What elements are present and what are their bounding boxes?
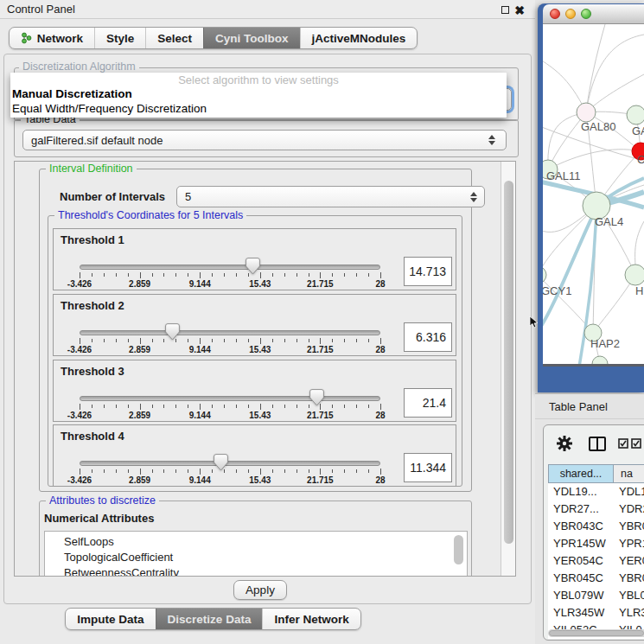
cell-name[interactable]: YBR0	[614, 570, 644, 587]
slider-handle[interactable]	[165, 323, 180, 341]
algorithm-dropdown-popup: Select algorithm to view settings Manual…	[10, 73, 507, 118]
network-node-label: H	[635, 284, 643, 297]
bottom-tab-bar: Impute DataDiscretize DataInfer Network	[0, 608, 426, 630]
slider-tick-label: 9.144	[189, 475, 211, 485]
column-header-name[interactable]: na	[614, 464, 644, 483]
network-node-ga[interactable]	[627, 105, 644, 124]
tab-discretize-data[interactable]: Discretize Data	[156, 609, 263, 629]
tab-style[interactable]: Style	[94, 28, 145, 48]
tab-infer-network[interactable]: Infer Network	[262, 609, 360, 629]
network-view-window[interactable]: GAL80GACGAL11GAL4GCY1HHAP2	[538, 3, 644, 392]
threshold-label: Threshold 3	[61, 365, 124, 378]
table-row[interactable]: YDR27...YDR2	[548, 501, 644, 518]
gear-icon[interactable]	[556, 435, 573, 452]
slider-handle[interactable]	[309, 389, 324, 406]
slider-handle[interactable]	[245, 258, 260, 275]
cell-name[interactable]: YBL0	[614, 587, 644, 604]
cell-name[interactable]: YER0	[614, 552, 644, 570]
table-row[interactable]: YBL079WYBL0	[548, 587, 644, 604]
slider-tick-label: 28	[375, 345, 385, 354]
table-row[interactable]: YER054CYER0	[548, 552, 644, 570]
tab-label: Select	[157, 32, 192, 45]
threshold-slider-track[interactable]	[80, 461, 380, 466]
table-row[interactable]: YLR345WYLR3	[548, 604, 644, 622]
tab-select[interactable]: Select	[145, 28, 203, 48]
cell-shared-name[interactable]: YER054C	[548, 552, 614, 570]
close-traffic-light-icon[interactable]	[550, 9, 560, 19]
slider-handle[interactable]	[214, 454, 228, 471]
tab-network[interactable]: Network	[10, 28, 94, 48]
table-hscrollbar[interactable]	[548, 629, 644, 637]
num-intervals-combo[interactable]: 5	[176, 186, 485, 207]
attributes-group-title: Attributes to discretize	[46, 494, 159, 507]
thresholds-group-title: Threshold's Coordinates for 5 Intervals	[54, 209, 246, 221]
threshold-slider-track[interactable]	[80, 396, 380, 401]
network-edge[interactable]	[543, 59, 586, 112]
threshold-panel-2: Threshold 2-3.4262.8599.14415.4321.71528…	[53, 294, 456, 356]
zoom-traffic-light-icon[interactable]	[581, 9, 591, 19]
table-row[interactable]: YBR043CYBR0	[548, 518, 644, 535]
network-node-gcy1[interactable]	[543, 266, 546, 284]
settings-scrollbar[interactable]	[501, 162, 515, 576]
cell-name[interactable]: YBR0	[614, 518, 644, 535]
network-edge[interactable]	[586, 35, 644, 112]
close-icon[interactable]: ✖	[514, 1, 525, 20]
cell-name[interactable]: YDR2	[614, 501, 644, 518]
attribute-list-item[interactable]: BetweennessCentrality	[45, 565, 467, 577]
dropdown-option-manual-discretization[interactable]: Manual Discretization	[10, 87, 507, 102]
cell-shared-name[interactable]: YDL19...	[548, 483, 614, 501]
table-panel-titlebar: Table Panel	[535, 393, 644, 419]
column-header-shared-name[interactable]: shared...	[548, 464, 614, 483]
slider-ticks	[80, 337, 380, 345]
checkbox-icon[interactable]	[618, 438, 628, 449]
float-icon[interactable]	[501, 6, 509, 14]
network-node-h[interactable]	[625, 265, 644, 285]
panel-title: Control Panel	[7, 0, 75, 19]
cell-shared-name[interactable]: YBL079W	[548, 587, 614, 604]
cell-shared-name[interactable]: YBR043C	[548, 518, 614, 535]
attribute-list-item[interactable]: TopologicalCoefficient	[45, 550, 467, 565]
threshold-slider-track[interactable]	[80, 265, 380, 270]
cell-shared-name[interactable]: YBR045C	[548, 570, 614, 587]
cell-shared-name[interactable]: YDR27...	[548, 501, 614, 518]
network-node[interactable]	[592, 356, 608, 364]
tab-cyni-toolbox[interactable]: Cyni Toolbox	[203, 28, 300, 48]
threshold-value-field[interactable]: 6.316	[404, 322, 452, 352]
slider-tick-label: 2.859	[129, 279, 150, 289]
tab-label: Cyni Toolbox	[215, 32, 289, 45]
table-row[interactable]: YBR045CYBR0	[548, 570, 644, 587]
cell-name[interactable]: YDL1	[614, 483, 644, 501]
table-hscrollbar-thumb[interactable]	[549, 630, 644, 636]
attribute-list-item[interactable]: SelfLoops	[45, 534, 467, 550]
settings-scroll-area: Interval Definition Number of Intervals …	[14, 161, 516, 577]
threshold-value-field[interactable]: 21.4	[404, 388, 452, 418]
table-row[interactable]: YPR145WYPR1	[548, 535, 644, 552]
tab-label: Impute Data	[77, 613, 143, 626]
table-data-combo[interactable]: galFiltered.sif default node	[22, 130, 507, 150]
slider-tick-label: -3.426	[67, 279, 92, 289]
split-view-icon[interactable]	[589, 437, 606, 451]
network-canvas[interactable]: GAL80GACGAL11GAL4GCY1HHAP2	[543, 24, 644, 367]
dropdown-option-equal-width-frequency-discretization[interactable]: Equal Width/Frequency Discretization	[10, 102, 507, 117]
threshold-value-field[interactable]: 14.713	[404, 257, 452, 286]
tab-impute-data[interactable]: Impute Data	[66, 609, 155, 629]
checkbox-icon[interactable]	[631, 438, 641, 449]
attributes-listbox[interactable]: SelfLoopsTopologicalCoefficientBetweenne…	[44, 531, 468, 577]
cell-shared-name[interactable]: YPR145W	[548, 535, 614, 552]
table-row[interactable]: YDL19...YDL1	[548, 483, 644, 501]
cell-shared-name[interactable]: YLR345W	[548, 604, 614, 622]
settings-scrollbar-thumb[interactable]	[504, 181, 513, 544]
threshold-value-field[interactable]: 11.344	[404, 453, 452, 482]
network-node-gal80[interactable]	[577, 103, 596, 122]
tab-jactivemnodules[interactable]: jActiveMNodules	[300, 28, 418, 48]
list-scrollbar[interactable]	[454, 535, 463, 564]
threshold-label: Threshold 2	[61, 299, 124, 312]
network-window-titlebar[interactable]	[543, 4, 644, 24]
threshold-panel-1: Threshold 1-3.4262.8599.14415.4321.71528…	[53, 228, 456, 290]
slider-tick-label: 21.715	[307, 345, 334, 354]
apply-button[interactable]: Apply	[233, 580, 287, 600]
threshold-slider-track[interactable]	[80, 330, 380, 335]
cell-name[interactable]: YPR1	[614, 535, 644, 552]
minimize-traffic-light-icon[interactable]	[565, 9, 576, 19]
cell-name[interactable]: YLR3	[614, 604, 644, 622]
